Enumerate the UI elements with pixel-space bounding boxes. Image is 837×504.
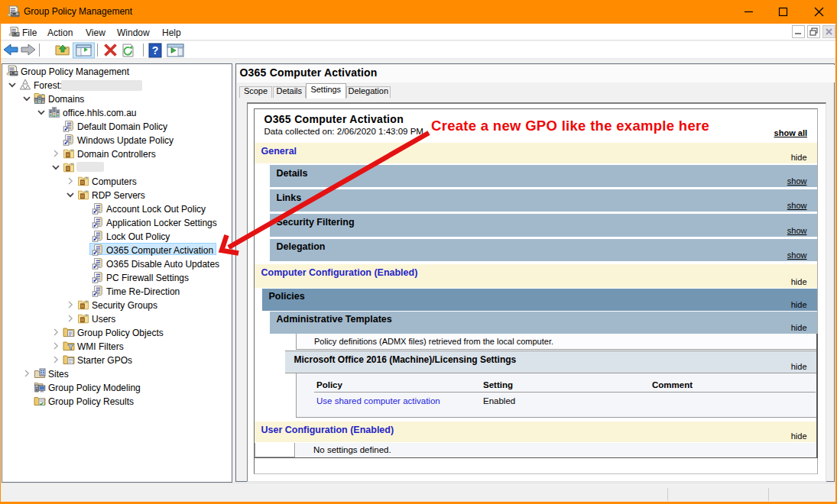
svg-text:?: ? xyxy=(152,44,159,57)
